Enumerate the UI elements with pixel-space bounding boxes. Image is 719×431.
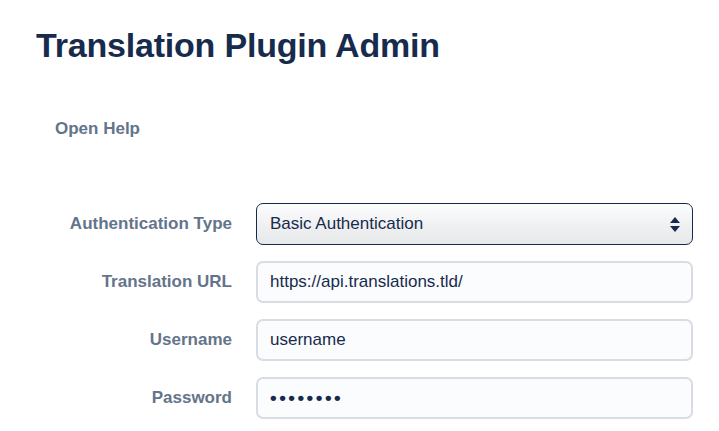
authentication-type-select[interactable]: Basic Authentication [256,203,693,245]
password-label: Password [36,388,232,408]
authentication-type-selected-value: Basic Authentication [270,214,423,234]
username-label: Username [36,330,232,350]
admin-settings-form: Authentication Type Basic Authentication… [36,203,693,419]
up-down-arrows-icon [670,217,680,232]
admin-page: Translation Plugin Admin Open Help Authe… [0,0,719,431]
open-help-link[interactable]: Open Help [55,119,140,139]
page-title: Translation Plugin Admin [36,25,693,66]
authentication-type-label: Authentication Type [36,214,232,234]
arrow-down-icon [670,226,680,232]
username-input[interactable] [256,319,693,361]
password-input[interactable] [256,377,693,419]
translation-url-input[interactable] [256,261,693,303]
arrow-up-icon [670,217,680,223]
translation-url-label: Translation URL [36,272,232,292]
